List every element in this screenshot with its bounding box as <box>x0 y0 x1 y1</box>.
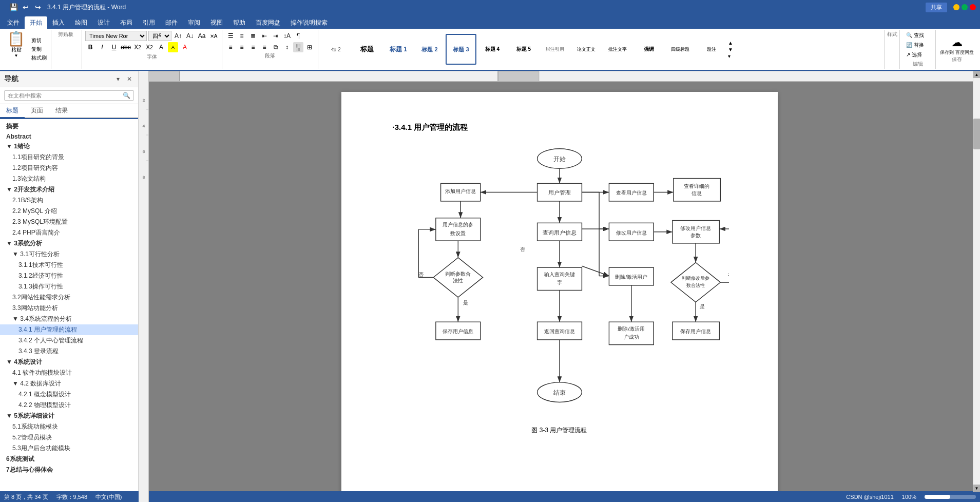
nav-item-3.4.3[interactable]: 3.4.3 登录流程 <box>0 346 138 357</box>
style-biaoti3[interactable]: 标题 3 <box>446 34 476 65</box>
decrease-indent-btn[interactable]: ⇤ <box>259 31 270 41</box>
multilevel-btn[interactable]: ≣ <box>248 31 258 41</box>
sidebar-tab-pages[interactable]: 页面 <box>25 104 49 117</box>
font-name-select[interactable]: Times New Ror <box>85 31 147 41</box>
sort-btn[interactable]: ↕A <box>282 31 292 41</box>
align-right-btn[interactable]: ≡ <box>248 42 258 52</box>
nav-item-3.3[interactable]: 3.3网站功能分析 <box>0 303 138 314</box>
qat-redo[interactable]: ↪ <box>33 2 43 12</box>
underline-button[interactable]: U <box>109 42 119 52</box>
replace-button[interactable]: 🔄 替换 <box>904 41 931 49</box>
styles-scroll-up[interactable]: ▲ <box>728 40 733 46</box>
style-biaoti5[interactable]: 标题 5 <box>508 34 539 65</box>
tab-insert[interactable]: 插入 <box>47 16 70 29</box>
nav-item-2[interactable]: ▼ 2开发技术介绍 <box>0 184 138 195</box>
tab-baidu[interactable]: 百度网盘 <box>251 16 285 29</box>
bold-button[interactable]: B <box>85 42 95 52</box>
tab-home[interactable]: 开始 <box>25 16 47 29</box>
nav-item-abstract[interactable]: Abstract <box>0 132 138 141</box>
justify-btn[interactable]: ≡ <box>259 42 270 52</box>
nav-item-1.2[interactable]: 1.2项目研究内容 <box>0 163 138 173</box>
style-pizhuwenzi[interactable]: 批注文字 <box>602 34 633 65</box>
style-tizhu[interactable]: 题注 <box>696 34 727 65</box>
nav-item-zhaiyao[interactable]: 摘要 <box>0 121 138 132</box>
styles-scroll-down[interactable]: ▼ <box>728 47 733 52</box>
nav-item-1[interactable]: ▼ 1绪论 <box>0 141 138 152</box>
font-size-select[interactable]: 四号 <box>148 31 171 41</box>
align-left-btn[interactable]: ≡ <box>225 42 236 52</box>
paste-button[interactable]: 📋 粘贴 ▼ <box>4 31 28 68</box>
style-jiaozhu[interactable]: 脚注引用 <box>540 34 570 65</box>
increase-indent-btn[interactable]: ⇥ <box>271 31 281 41</box>
line-spacing-btn[interactable]: ↕ <box>282 42 292 52</box>
style-biaoti1[interactable]: 标题 1 <box>383 34 414 65</box>
cut-button[interactable]: 剪切 <box>29 36 49 45</box>
clear-format-btn[interactable]: ✕A <box>208 31 219 41</box>
nav-item-7[interactable]: 7总结与心得体会 <box>0 465 138 475</box>
tab-review[interactable]: 审阅 <box>183 16 205 29</box>
zoom-slider[interactable] <box>925 495 976 499</box>
nav-item-5.3[interactable]: 5.3用户后台功能模块 <box>0 443 138 454</box>
nav-item-4.2.1[interactable]: 4.2.1 概念模型设计 <box>0 389 138 400</box>
tab-view[interactable]: 视图 <box>205 16 228 29</box>
subscript-button[interactable]: X2 <box>132 42 143 52</box>
superscript-button[interactable]: X2 <box>144 42 155 52</box>
strikethrough-button[interactable]: abc <box>121 42 131 52</box>
nav-item-3.4.2[interactable]: 3.4.2 个人中心管理流程 <box>0 335 138 346</box>
font-color-btn[interactable]: A <box>180 42 190 52</box>
minimize-button[interactable] <box>953 4 959 10</box>
nav-item-3.1.1[interactable]: 3.1.1技术可行性 <box>0 260 138 271</box>
scroll-down-btn[interactable]: ▼ <box>973 485 981 491</box>
style-qiangdiao[interactable]: 强调 <box>633 34 664 65</box>
style-biaoti4[interactable]: 标题 4 <box>477 34 508 65</box>
italic-button[interactable]: I <box>97 42 107 52</box>
vertical-scrollbar[interactable]: ▲ ▼ <box>973 82 980 491</box>
style-lunwenzhengwen[interactable]: 论文正文 <box>571 34 602 65</box>
nav-item-2.3[interactable]: 2.3 MySQL环境配置 <box>0 217 138 227</box>
sidebar-tab-results[interactable]: 结果 <box>49 104 74 117</box>
tab-help[interactable]: 帮助 <box>228 16 251 29</box>
tab-design[interactable]: 设计 <box>92 16 115 29</box>
align-center-btn[interactable]: ≡ <box>237 42 247 52</box>
nav-item-2.1[interactable]: 2.1B/S架构 <box>0 195 138 206</box>
tab-mailings[interactable]: 邮件 <box>160 16 183 29</box>
search-input[interactable] <box>8 92 123 99</box>
styles-more[interactable]: ▾ <box>728 53 733 59</box>
decrease-font-btn[interactable]: A↓ <box>185 31 195 41</box>
shading-btn[interactable]: ░ <box>293 42 303 52</box>
sidebar-settings-btn[interactable]: ▾ <box>113 74 123 84</box>
tab-layout[interactable]: 布局 <box>115 16 138 29</box>
share-button[interactable]: 共享 <box>926 3 947 12</box>
nav-item-3.2[interactable]: 3.2网站性能需求分析 <box>0 292 138 303</box>
nav-item-3.4.1[interactable]: 3.4.1 用户管理的流程 <box>0 324 138 335</box>
nav-item-4.2.2[interactable]: 4.2.2 物理模型设计 <box>0 400 138 411</box>
style-sijibiaoti[interactable]: 四级标题 <box>665 34 696 65</box>
nav-item-4.2[interactable]: ▼ 4.2 数据库设计 <box>0 378 138 389</box>
nav-item-3.4[interactable]: ▼ 3.4系统流程的分析 <box>0 314 138 324</box>
close-button[interactable] <box>970 4 976 10</box>
find-button[interactable]: 🔍 查找 <box>904 31 931 40</box>
sidebar-tab-headings[interactable]: 标题 <box>0 104 25 118</box>
style-biaoti0[interactable]: 标题 <box>352 34 382 65</box>
bullets-btn[interactable]: ☰ <box>225 31 236 41</box>
change-case-btn[interactable]: Aa <box>197 31 207 41</box>
nav-item-2.2[interactable]: 2.2 MySQL 介绍 <box>0 206 138 217</box>
style-biaoti2[interactable]: 标题 2 <box>414 34 445 65</box>
tab-search[interactable]: 操作说明搜索 <box>285 16 333 29</box>
numbering-btn[interactable]: ≡ <box>237 31 247 41</box>
copy-button[interactable]: 复制 <box>29 45 49 53</box>
columns-btn[interactable]: ⧉ <box>271 42 281 52</box>
select-button[interactable]: ↗ 选择 <box>904 51 931 59</box>
nav-item-4.1[interactable]: 4.1 软件功能模块设计 <box>0 368 138 378</box>
nav-item-4[interactable]: ▼ 4系统设计 <box>0 357 138 368</box>
nav-item-3[interactable]: ▼ 3系统分析 <box>0 238 138 249</box>
style-tu2[interactable]: ·tu 2 <box>320 34 351 65</box>
tab-references[interactable]: 引用 <box>138 16 160 29</box>
format-painter-button[interactable]: 格式刷 <box>29 54 49 62</box>
maximize-button[interactable] <box>962 4 968 10</box>
tab-file[interactable]: 文件 <box>2 16 25 29</box>
tab-draw[interactable]: 绘图 <box>70 16 92 29</box>
baidu-save-icon[interactable]: ☁ <box>951 36 963 49</box>
nav-item-5[interactable]: ▼ 5系统详细设计 <box>0 411 138 421</box>
baidu-save-label[interactable]: 保存到 百度网盘 <box>940 49 974 56</box>
